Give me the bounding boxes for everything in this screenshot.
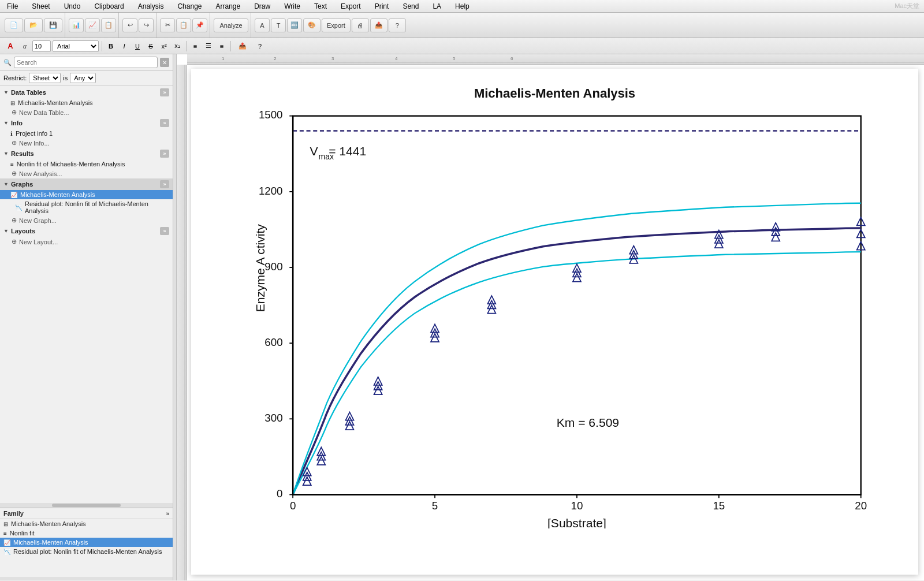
family-item-results[interactable]: ≡ Nonlin fit — [0, 528, 173, 538]
graphs-expand[interactable]: » — [160, 180, 169, 188]
alpha-button[interactable]: α — [19, 40, 31, 52]
new-data-table-button[interactable]: ⊕ New Data Table... — [0, 107, 173, 117]
menu-text[interactable]: Text — [312, 1, 329, 12]
layouts-label: Layouts — [11, 228, 35, 234]
font-color-button[interactable]: A — [3, 40, 17, 52]
help-text-button[interactable]: ? — [253, 40, 267, 52]
svg-text:4: 4 — [395, 56, 398, 61]
new-button[interactable]: 📄 — [5, 18, 23, 32]
menu-draw[interactable]: Draw — [252, 1, 273, 12]
results-icon: ≡ — [10, 161, 14, 167]
info-header[interactable]: ▼ Info » — [0, 117, 173, 129]
superscript-button[interactable]: x² — [158, 40, 170, 52]
family-expand-icon[interactable]: » — [166, 511, 169, 517]
menu-undo[interactable]: Undo — [62, 1, 83, 12]
new-layout-button[interactable]: ⊕ New Layout... — [0, 237, 173, 247]
cut-button[interactable]: ✂ — [160, 18, 175, 32]
font-name-select[interactable]: Arial Helvetica Times New Roman — [53, 40, 99, 52]
data-table-michaelis[interactable]: ⊞ Michaelis-Menten Analysis — [0, 98, 173, 107]
restrict-is-label: is — [63, 75, 68, 81]
menu-la[interactable]: LA — [430, 1, 444, 12]
menu-analysis[interactable]: Analysis — [136, 1, 166, 12]
menu-sheet[interactable]: Sheet — [29, 1, 52, 12]
data-tables-expand[interactable]: » — [160, 88, 169, 96]
align-right-button[interactable]: ≡ — [216, 40, 228, 52]
family-item-graph-label: Michaelis-Menten Analysis — [13, 539, 88, 546]
graph-michaelis[interactable]: 📈 Michaelis-Menten Analysis — [0, 190, 173, 199]
menu-clipboard[interactable]: Clipboard — [92, 1, 126, 12]
search-clear-button[interactable]: ✕ — [160, 58, 169, 67]
plus-icon-info: ⊕ — [12, 139, 17, 147]
svg-text:5: 5 — [432, 500, 438, 512]
results-expand[interactable]: » — [160, 150, 169, 158]
family-item-residual[interactable]: 📉 Residual plot: Nonlin fit of Michaelis… — [0, 547, 173, 556]
sheet-button2[interactable]: 📈 — [85, 18, 100, 32]
send-toolbar-button[interactable]: 📤 — [370, 18, 388, 32]
graph-michaelis-label: Michaelis-Menten Analysis — [20, 191, 95, 198]
menu-arrange[interactable]: Arrange — [214, 1, 243, 12]
menu-export[interactable]: Export — [338, 1, 363, 12]
graph-residual[interactable]: 📉 Residual plot: Nonlin fit of Michaelis… — [0, 199, 173, 215]
family-table-icon: ⊞ — [3, 521, 8, 527]
bold-button[interactable]: B — [105, 40, 117, 52]
underline-button[interactable]: U — [132, 40, 143, 52]
graphs-section: ▼ Graphs » 📈 Michaelis-Menten Analysis 📉… — [0, 178, 173, 225]
graphs-header[interactable]: ▼ Graphs » — [0, 178, 173, 190]
sheet-button3[interactable]: 📋 — [101, 18, 116, 32]
export-toolbar-button[interactable]: Export — [322, 18, 351, 32]
family-item-graph[interactable]: 📈 Michaelis-Menten Analysis — [0, 538, 173, 547]
format-button2[interactable]: T — [271, 18, 286, 32]
menu-write[interactable]: Write — [282, 1, 303, 12]
strikethrough-button[interactable]: S — [145, 40, 157, 52]
chart-svg: 0 300 600 900 1200 1500 — [226, 109, 901, 528]
new-analysis-button[interactable]: ⊕ New Analysis... — [0, 169, 173, 178]
ruler-vertical — [177, 65, 187, 580]
menu-file[interactable]: File — [5, 1, 20, 12]
result-nonlin[interactable]: ≡ Nonlin fit of Michaelis-Menten Analysi… — [0, 159, 173, 169]
results-header[interactable]: ▼ Results » — [0, 148, 173, 159]
sheet-button1[interactable]: 📊 — [69, 18, 84, 32]
help-toolbar-button[interactable]: ? — [389, 18, 406, 32]
format-button3[interactable]: 🔤 — [287, 18, 302, 32]
align-center-button[interactable]: ☰ — [203, 40, 214, 52]
info-project[interactable]: ℹ Project info 1 — [0, 129, 173, 138]
plus-icon-graph: ⊕ — [12, 217, 17, 224]
layouts-expand[interactable]: » — [160, 227, 169, 235]
paste-button[interactable]: 📌 — [192, 18, 207, 32]
font-size-input[interactable] — [32, 40, 51, 52]
menu-send[interactable]: Send — [400, 1, 421, 12]
menu-change[interactable]: Change — [175, 1, 204, 12]
family-item-table[interactable]: ⊞ Michaelis-Menten Analysis — [0, 519, 173, 528]
copy-button[interactable]: 📋 — [176, 18, 191, 32]
restrict-sheet-select[interactable]: Sheet All — [29, 73, 61, 83]
save-button[interactable]: 💾 — [44, 18, 62, 32]
analyze-button[interactable]: Analyze — [214, 18, 248, 32]
table-icon: ⊞ — [10, 100, 15, 106]
search-input[interactable] — [14, 57, 158, 68]
open-button[interactable]: 📂 — [24, 18, 43, 32]
svg-text:5: 5 — [453, 56, 456, 61]
print-toolbar-button[interactable]: 🖨 — [352, 18, 369, 32]
new-info-button[interactable]: ⊕ New Info... — [0, 138, 173, 148]
info-expand[interactable]: » — [160, 119, 169, 127]
undo-button[interactable]: ↩ — [122, 18, 137, 32]
text-toolbar: A α Arial Helvetica Times New Roman B I … — [0, 38, 924, 54]
new-graph-button[interactable]: ⊕ New Graph... — [0, 215, 173, 225]
color-button[interactable]: 🎨 — [303, 18, 321, 32]
family-residual-icon: 📉 — [3, 549, 10, 555]
layouts-header[interactable]: ▼ Layouts » — [0, 225, 173, 237]
menu-print[interactable]: Print — [372, 1, 392, 12]
export-text-button[interactable]: 📤 — [234, 40, 251, 52]
info-icon: ℹ — [10, 131, 13, 137]
align-left-button[interactable]: ≡ — [189, 40, 201, 52]
graph-icon: 📈 — [10, 192, 17, 198]
redo-button[interactable]: ↪ — [139, 18, 154, 32]
restrict-any-select[interactable]: Any — [70, 73, 96, 83]
subscript-button[interactable]: x₂ — [172, 40, 183, 52]
data-tables-header[interactable]: ▼ Data Tables » — [0, 87, 173, 98]
menu-help[interactable]: Help — [453, 1, 472, 12]
info-section: ▼ Info » ℹ Project info 1 ⊕ New Info... — [0, 117, 173, 148]
content-area: 1 2 3 4 5 6 Michaelis-Menten Analysis — [177, 54, 924, 580]
format-button1[interactable]: A — [255, 18, 270, 32]
italic-button[interactable]: I — [118, 40, 130, 52]
